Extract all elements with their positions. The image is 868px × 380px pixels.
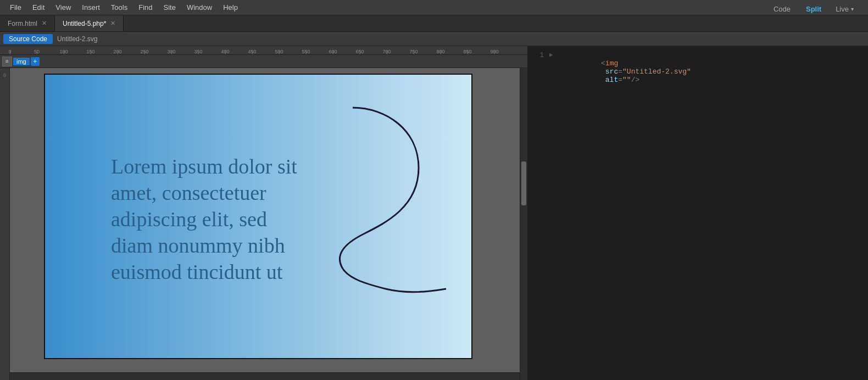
horizontal-scrollbar[interactable] bbox=[0, 372, 520, 380]
canvas-area[interactable]: 0 Lorem ipsum dolor sit bbox=[0, 68, 527, 380]
menu-insert[interactable]: Insert bbox=[76, 1, 105, 14]
svg-canvas: Lorem ipsum dolor sit amet, consectetuer… bbox=[45, 75, 471, 358]
menu-help[interactable]: Help bbox=[218, 1, 243, 14]
design-panel: 0 50 100 150 200 250 300 350 400 450 bbox=[0, 46, 527, 380]
tabbar: Form.html ✕ Untitled-5.php* ✕ bbox=[0, 15, 868, 32]
menu-window[interactable]: Window bbox=[181, 1, 218, 14]
ruler-canvas: 0 50 100 150 200 250 300 350 400 450 bbox=[0, 46, 527, 54]
live-view-button[interactable]: Live ▾ bbox=[830, 3, 859, 15]
tab-form-html[interactable]: Form.html ✕ bbox=[0, 15, 55, 31]
line-code-1[interactable]: <img src="Untitled-2.svg" alt=""/> bbox=[558, 51, 868, 92]
source-code-button[interactable]: Source Code bbox=[3, 34, 53, 44]
svg-preview-container: Lorem ipsum dolor sit amet, consectetuer… bbox=[44, 74, 472, 359]
v-scroll-thumb[interactable] bbox=[521, 161, 526, 205]
element-tag-bar: ≡ img + bbox=[0, 55, 527, 68]
code-view-button[interactable]: Code bbox=[767, 3, 797, 15]
menu-find[interactable]: Find bbox=[133, 1, 158, 14]
svg-text:amet, consectetuer: amet, consectetuer bbox=[111, 181, 266, 204]
left-ruler: 0 bbox=[0, 68, 10, 380]
line-arrow-1: ▶ bbox=[549, 51, 558, 58]
live-dropdown-icon: ▾ bbox=[851, 6, 854, 12]
tab-close-untitled5[interactable]: ✕ bbox=[110, 20, 115, 27]
tab-close-form[interactable]: ✕ bbox=[42, 20, 47, 27]
svg-text:diam nonummy nibh: diam nonummy nibh bbox=[111, 234, 285, 257]
code-content: 1 ▶ <img src="Untitled-2.svg" alt=""/> bbox=[527, 46, 868, 380]
menu-view[interactable]: View bbox=[50, 1, 76, 14]
element-add-icon[interactable]: + bbox=[31, 57, 40, 66]
ruler: 0 50 100 150 200 250 300 350 400 450 bbox=[0, 46, 527, 55]
breadcrumb: Untitled-2.svg bbox=[57, 35, 97, 43]
menu-tools[interactable]: Tools bbox=[105, 1, 133, 14]
line-number-1: 1 bbox=[527, 51, 549, 59]
code-panel: 1 ▶ <img src="Untitled-2.svg" alt=""/> bbox=[527, 46, 868, 380]
menu-edit[interactable]: Edit bbox=[27, 1, 50, 14]
split-view-button[interactable]: Split bbox=[799, 3, 828, 15]
tab-untitled5-php[interactable]: Untitled-5.php* ✕ bbox=[55, 15, 124, 31]
view-toolbar: Code Split Live ▾ bbox=[767, 3, 859, 15]
element-hamburger-icon[interactable]: ≡ bbox=[2, 57, 12, 66]
main-area: 0 50 100 150 200 250 300 350 400 450 bbox=[0, 46, 868, 380]
vertical-scrollbar[interactable] bbox=[520, 68, 527, 380]
lorem-text: Lorem ipsum dolor sit bbox=[111, 155, 297, 178]
element-img-tag[interactable]: img bbox=[13, 58, 30, 65]
secondary-bar: Source Code Untitled-2.svg bbox=[0, 32, 868, 46]
svg-text:euismod tincidunt ut: euismod tincidunt ut bbox=[111, 260, 283, 283]
svg-text:adipiscing elit, sed: adipiscing elit, sed bbox=[111, 208, 267, 231]
menubar: File Edit View Insert Tools Find Site Wi… bbox=[0, 0, 868, 15]
menu-site[interactable]: Site bbox=[158, 1, 181, 14]
menu-file[interactable]: File bbox=[4, 1, 27, 14]
code-line-1: 1 ▶ <img src="Untitled-2.svg" alt=""/> bbox=[527, 51, 868, 93]
